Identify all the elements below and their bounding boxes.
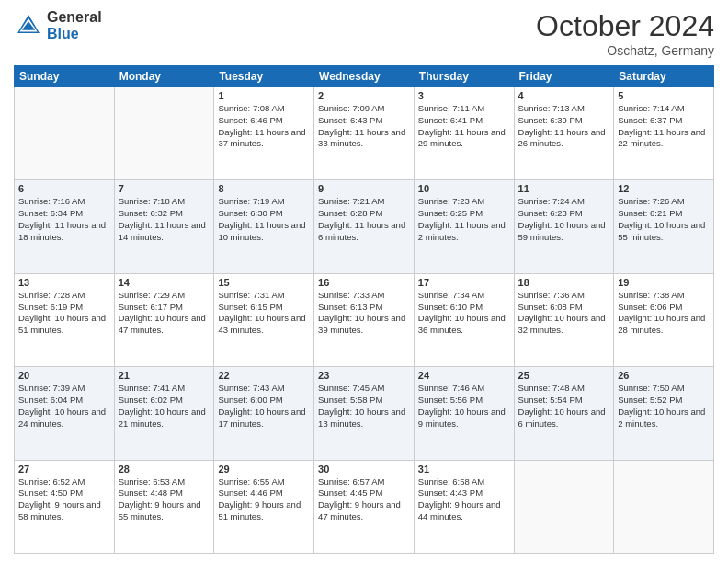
- day-info-0-5: Sunrise: 7:13 AM Sunset: 6:39 PM Dayligh…: [518, 103, 610, 150]
- day-number-4-4: 31: [418, 464, 510, 475]
- day-info-0-4: Sunrise: 7:11 AM Sunset: 6:41 PM Dayligh…: [418, 103, 510, 150]
- cell-2-6: 19Sunrise: 7:38 AM Sunset: 6:06 PM Dayli…: [614, 273, 714, 366]
- th-sunday: Sunday: [15, 66, 115, 87]
- cell-2-4: 17Sunrise: 7:34 AM Sunset: 6:10 PM Dayli…: [414, 273, 514, 366]
- day-number-1-4: 10: [418, 183, 510, 194]
- cell-3-5: 25Sunrise: 7:48 AM Sunset: 5:54 PM Dayli…: [514, 367, 614, 460]
- th-tuesday: Tuesday: [214, 66, 314, 87]
- th-monday: Monday: [114, 66, 214, 87]
- cell-1-5: 11Sunrise: 7:24 AM Sunset: 6:23 PM Dayli…: [514, 180, 614, 273]
- day-number-2-3: 16: [318, 277, 410, 288]
- header: General Blue October 2024 Oschatz, Germa…: [14, 9, 714, 58]
- cell-0-4: 3Sunrise: 7:11 AM Sunset: 6:41 PM Daylig…: [414, 87, 514, 180]
- cell-0-0: [15, 87, 115, 180]
- day-info-2-4: Sunrise: 7:34 AM Sunset: 6:10 PM Dayligh…: [418, 290, 510, 337]
- cell-0-6: 5Sunrise: 7:14 AM Sunset: 6:37 PM Daylig…: [614, 87, 714, 180]
- day-number-1-2: 8: [218, 183, 310, 194]
- week-row-1: 6Sunrise: 7:16 AM Sunset: 6:34 PM Daylig…: [15, 180, 714, 273]
- day-number-4-3: 30: [318, 464, 410, 475]
- logo: General Blue: [14, 9, 102, 41]
- day-info-0-3: Sunrise: 7:09 AM Sunset: 6:43 PM Dayligh…: [318, 103, 410, 150]
- day-number-3-6: 26: [618, 370, 710, 381]
- day-info-2-1: Sunrise: 7:29 AM Sunset: 6:17 PM Dayligh…: [119, 290, 210, 337]
- cell-0-1: [114, 87, 214, 180]
- day-info-2-3: Sunrise: 7:33 AM Sunset: 6:13 PM Dayligh…: [318, 290, 410, 337]
- cell-3-2: 22Sunrise: 7:43 AM Sunset: 6:00 PM Dayli…: [214, 367, 314, 460]
- calendar-table: Sunday Monday Tuesday Wednesday Thursday…: [14, 65, 714, 554]
- day-info-1-0: Sunrise: 7:16 AM Sunset: 6:34 PM Dayligh…: [18, 196, 110, 243]
- day-number-1-6: 12: [618, 183, 710, 194]
- cell-2-2: 15Sunrise: 7:31 AM Sunset: 6:15 PM Dayli…: [214, 273, 314, 366]
- day-number-1-1: 7: [119, 183, 210, 194]
- day-info-3-6: Sunrise: 7:50 AM Sunset: 5:52 PM Dayligh…: [618, 383, 710, 430]
- day-number-3-2: 22: [218, 370, 310, 381]
- day-info-3-3: Sunrise: 7:45 AM Sunset: 5:58 PM Dayligh…: [318, 383, 410, 430]
- day-number-0-6: 5: [618, 90, 710, 101]
- day-info-4-3: Sunrise: 6:57 AM Sunset: 4:45 PM Dayligh…: [318, 477, 410, 523]
- cell-4-3: 30Sunrise: 6:57 AM Sunset: 4:45 PM Dayli…: [314, 460, 415, 553]
- cell-1-1: 7Sunrise: 7:18 AM Sunset: 6:32 PM Daylig…: [114, 180, 214, 273]
- day-number-2-6: 19: [618, 277, 710, 288]
- day-info-2-5: Sunrise: 7:36 AM Sunset: 6:08 PM Dayligh…: [518, 290, 610, 337]
- day-info-3-4: Sunrise: 7:46 AM Sunset: 5:56 PM Dayligh…: [418, 383, 510, 430]
- th-wednesday: Wednesday: [314, 66, 415, 87]
- cell-0-5: 4Sunrise: 7:13 AM Sunset: 6:39 PM Daylig…: [514, 87, 614, 180]
- header-row: Sunday Monday Tuesday Wednesday Thursday…: [15, 66, 714, 87]
- cell-3-3: 23Sunrise: 7:45 AM Sunset: 5:58 PM Dayli…: [314, 367, 415, 460]
- cell-1-6: 12Sunrise: 7:26 AM Sunset: 6:21 PM Dayli…: [614, 180, 714, 273]
- day-info-3-5: Sunrise: 7:48 AM Sunset: 5:54 PM Dayligh…: [518, 383, 610, 430]
- day-info-4-1: Sunrise: 6:53 AM Sunset: 4:48 PM Dayligh…: [119, 477, 210, 523]
- day-number-2-5: 18: [518, 277, 610, 288]
- logo-icon: [14, 11, 43, 40]
- location: Oschatz, Germany: [536, 43, 714, 58]
- cell-4-1: 28Sunrise: 6:53 AM Sunset: 4:48 PM Dayli…: [114, 460, 214, 553]
- cell-0-3: 2Sunrise: 7:09 AM Sunset: 6:43 PM Daylig…: [314, 87, 415, 180]
- day-number-2-1: 14: [119, 277, 210, 288]
- cell-3-4: 24Sunrise: 7:46 AM Sunset: 5:56 PM Dayli…: [414, 367, 514, 460]
- page: General Blue October 2024 Oschatz, Germa…: [0, 0, 728, 563]
- cell-3-6: 26Sunrise: 7:50 AM Sunset: 5:52 PM Dayli…: [614, 367, 714, 460]
- day-number-3-0: 20: [18, 370, 110, 381]
- day-info-4-2: Sunrise: 6:55 AM Sunset: 4:46 PM Dayligh…: [218, 477, 310, 523]
- cell-2-1: 14Sunrise: 7:29 AM Sunset: 6:17 PM Dayli…: [114, 273, 214, 366]
- day-info-0-2: Sunrise: 7:08 AM Sunset: 6:46 PM Dayligh…: [218, 103, 310, 150]
- cell-4-6: [614, 460, 714, 553]
- week-row-2: 13Sunrise: 7:28 AM Sunset: 6:19 PM Dayli…: [15, 273, 714, 366]
- cell-0-2: 1Sunrise: 7:08 AM Sunset: 6:46 PM Daylig…: [214, 87, 314, 180]
- cell-1-4: 10Sunrise: 7:23 AM Sunset: 6:25 PM Dayli…: [414, 180, 514, 273]
- day-number-4-2: 29: [218, 464, 310, 475]
- day-number-3-5: 25: [518, 370, 610, 381]
- day-number-4-0: 27: [18, 464, 110, 475]
- th-friday: Friday: [514, 66, 614, 87]
- day-number-2-0: 13: [18, 277, 110, 288]
- day-number-2-2: 15: [218, 277, 310, 288]
- day-info-1-2: Sunrise: 7:19 AM Sunset: 6:30 PM Dayligh…: [218, 196, 310, 243]
- week-row-4: 27Sunrise: 6:52 AM Sunset: 4:50 PM Dayli…: [15, 460, 714, 553]
- day-info-4-0: Sunrise: 6:52 AM Sunset: 4:50 PM Dayligh…: [18, 477, 110, 523]
- day-number-0-2: 1: [218, 90, 310, 101]
- day-number-0-3: 2: [318, 90, 410, 101]
- cell-3-0: 20Sunrise: 7:39 AM Sunset: 6:04 PM Dayli…: [15, 367, 115, 460]
- th-thursday: Thursday: [414, 66, 514, 87]
- title-block: October 2024 Oschatz, Germany: [536, 9, 714, 58]
- day-number-1-0: 6: [18, 183, 110, 194]
- cell-1-3: 9Sunrise: 7:21 AM Sunset: 6:28 PM Daylig…: [314, 180, 415, 273]
- cell-4-2: 29Sunrise: 6:55 AM Sunset: 4:46 PM Dayli…: [214, 460, 314, 553]
- day-number-1-5: 11: [518, 183, 610, 194]
- logo-blue-text: Blue: [47, 26, 102, 42]
- day-info-1-4: Sunrise: 7:23 AM Sunset: 6:25 PM Dayligh…: [418, 196, 510, 243]
- day-number-1-3: 9: [318, 183, 410, 194]
- cell-1-0: 6Sunrise: 7:16 AM Sunset: 6:34 PM Daylig…: [15, 180, 115, 273]
- day-info-3-0: Sunrise: 7:39 AM Sunset: 6:04 PM Dayligh…: [18, 383, 110, 430]
- day-info-2-0: Sunrise: 7:28 AM Sunset: 6:19 PM Dayligh…: [18, 290, 110, 337]
- day-info-3-1: Sunrise: 7:41 AM Sunset: 6:02 PM Dayligh…: [119, 383, 210, 430]
- day-info-2-2: Sunrise: 7:31 AM Sunset: 6:15 PM Dayligh…: [218, 290, 310, 337]
- day-info-1-5: Sunrise: 7:24 AM Sunset: 6:23 PM Dayligh…: [518, 196, 610, 243]
- day-number-4-1: 28: [119, 464, 210, 475]
- week-row-0: 1Sunrise: 7:08 AM Sunset: 6:46 PM Daylig…: [15, 87, 714, 180]
- cell-2-5: 18Sunrise: 7:36 AM Sunset: 6:08 PM Dayli…: [514, 273, 614, 366]
- day-number-2-4: 17: [418, 277, 510, 288]
- cell-3-1: 21Sunrise: 7:41 AM Sunset: 6:02 PM Dayli…: [114, 367, 214, 460]
- day-info-2-6: Sunrise: 7:38 AM Sunset: 6:06 PM Dayligh…: [618, 290, 710, 337]
- day-number-3-4: 24: [418, 370, 510, 381]
